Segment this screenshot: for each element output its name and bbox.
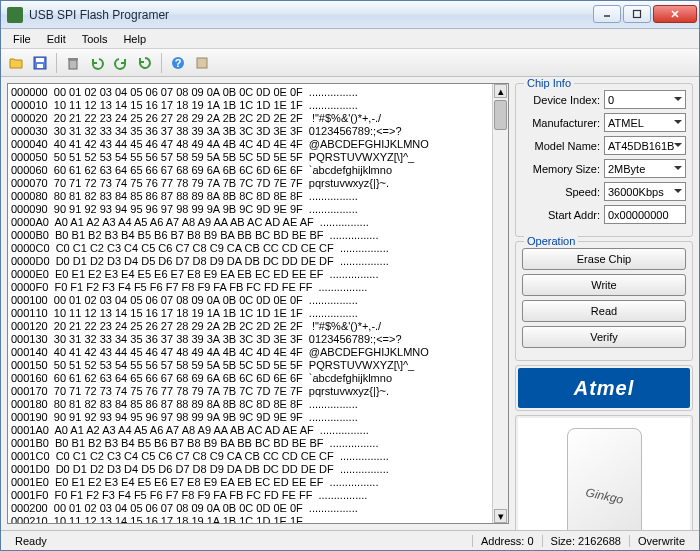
svg-rect-1 bbox=[634, 10, 641, 17]
minimize-button[interactable] bbox=[593, 5, 621, 23]
redo-icon[interactable] bbox=[110, 52, 132, 74]
manufacturer-select[interactable]: ATMEL bbox=[604, 113, 686, 132]
undo-icon[interactable] bbox=[86, 52, 108, 74]
status-address: Address: 0 bbox=[472, 535, 542, 547]
scroll-up-icon[interactable]: ▴ bbox=[494, 84, 507, 98]
write-button[interactable]: Write bbox=[522, 274, 686, 296]
statusbar: Ready Address: 0 Size: 2162688 Overwrite bbox=[1, 530, 699, 550]
menu-tools[interactable]: Tools bbox=[74, 31, 116, 47]
scroll-down-icon[interactable]: ▾ bbox=[494, 509, 507, 523]
titlebar[interactable]: USB SPI Flash Programer bbox=[1, 1, 699, 29]
status-overwrite: Overwrite bbox=[629, 535, 693, 547]
erase-button[interactable]: Erase Chip bbox=[522, 248, 686, 270]
manufacturer-logo: Atmel bbox=[515, 365, 693, 411]
operation-heading: Operation bbox=[524, 235, 578, 247]
scrollbar[interactable]: ▴ ▾ bbox=[492, 84, 508, 523]
svg-rect-5 bbox=[69, 60, 77, 69]
about-icon[interactable] bbox=[191, 52, 213, 74]
scroll-thumb[interactable] bbox=[494, 100, 507, 130]
model-select[interactable]: AT45DB161B bbox=[604, 136, 686, 155]
save-icon[interactable] bbox=[29, 52, 51, 74]
svg-text:?: ? bbox=[175, 57, 182, 69]
toolbar: ? bbox=[1, 49, 699, 77]
verify-button[interactable]: Verify bbox=[522, 326, 686, 348]
help-icon[interactable]: ? bbox=[167, 52, 189, 74]
delete-icon[interactable] bbox=[62, 52, 84, 74]
menu-edit[interactable]: Edit bbox=[39, 31, 74, 47]
refresh-icon[interactable] bbox=[134, 52, 156, 74]
side-panel: Chip Info Device Index:0 Manufacturer:AT… bbox=[515, 83, 693, 524]
menu-help[interactable]: Help bbox=[115, 31, 154, 47]
close-button[interactable] bbox=[653, 5, 697, 23]
chip-info-heading: Chip Info bbox=[524, 77, 574, 89]
read-button[interactable]: Read bbox=[522, 300, 686, 322]
hex-editor[interactable]: 000000 00 01 02 03 04 05 06 07 08 09 0A … bbox=[7, 83, 509, 524]
svg-rect-6 bbox=[68, 58, 78, 60]
svg-rect-9 bbox=[197, 58, 207, 68]
speed-select[interactable]: 36000Kbps bbox=[604, 182, 686, 201]
start-addr-input[interactable]: 0x00000000 bbox=[604, 205, 686, 224]
menubar: File Edit Tools Help bbox=[1, 29, 699, 49]
menu-file[interactable]: File bbox=[5, 31, 39, 47]
app-window: USB SPI Flash Programer File Edit Tools … bbox=[0, 0, 700, 551]
status-ready: Ready bbox=[7, 535, 472, 547]
device-index-select[interactable]: 0 bbox=[604, 90, 686, 109]
hex-rows[interactable]: 000000 00 01 02 03 04 05 06 07 08 09 0A … bbox=[11, 86, 505, 524]
chip-info-group: Chip Info Device Index:0 Manufacturer:AT… bbox=[515, 83, 693, 237]
svg-rect-3 bbox=[36, 58, 44, 62]
maximize-button[interactable] bbox=[623, 5, 651, 23]
app-icon bbox=[7, 7, 23, 23]
status-size: Size: 2162688 bbox=[542, 535, 629, 547]
open-icon[interactable] bbox=[5, 52, 27, 74]
device-image: Ginkgo bbox=[515, 415, 693, 530]
memory-select[interactable]: 2MByte bbox=[604, 159, 686, 178]
window-title: USB SPI Flash Programer bbox=[29, 8, 591, 22]
operation-group: Operation Erase Chip Write Read Verify bbox=[515, 241, 693, 361]
svg-rect-4 bbox=[37, 64, 43, 68]
